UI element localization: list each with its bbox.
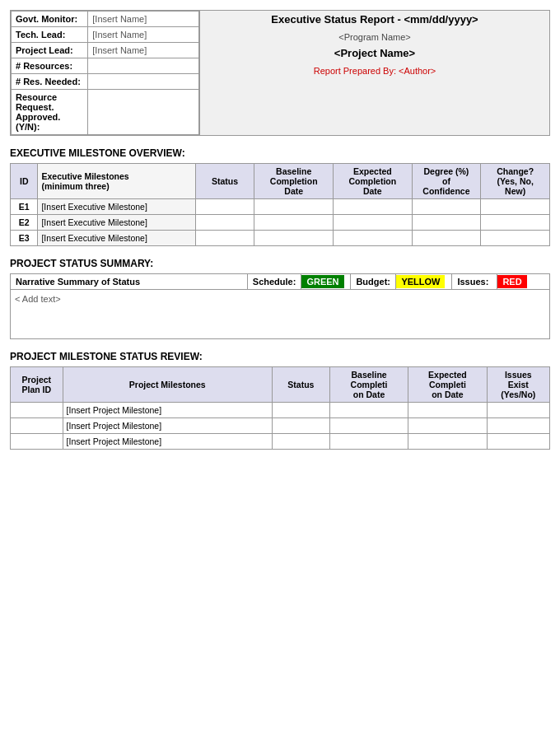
pm-row-expected [408,418,487,434]
budget-badge: YELLOW [396,274,452,290]
exec-row-id: E1 [11,199,38,215]
pm-col-baseline: BaselineCompletion Date [329,367,408,403]
program-name: <Program Name> [204,32,545,42]
exec-row-id: E3 [11,231,38,246]
pm-row-milestone: [Insert Project Milestone] [63,434,272,450]
pm-row-issues [487,418,549,434]
exec-milestone-row: E2 [Insert Executive Milestone] [11,215,550,231]
pm-row-status [272,418,329,434]
exec-row-change [481,215,550,231]
exec-row-baseline [254,215,334,231]
exec-row-id: E2 [11,215,38,231]
exec-row-expected [334,215,413,231]
resource-request-label: ResourceRequest.Approved.(Y/N): [12,90,88,135]
budget-label: Budget: [351,274,396,290]
executive-milestone-section-title: EXECUTIVE MILESTONE OVERVIEW: [10,147,550,159]
pm-col-issues: IssuesExist(Yes/No) [487,367,549,403]
exec-row-confidence [412,231,481,246]
project-milestone-section-title: PROJECT MILESTONE STATUS REVIEW: [10,351,550,362]
exec-milestone-row: E3 [Insert Executive Milestone] [11,231,550,246]
executive-milestone-table: ID Executive Milestones(minimum three) S… [10,163,550,246]
exec-row-confidence [412,215,481,231]
narrative-label: Narrative Summary of Status [11,274,248,290]
schedule-badge: GREEN [301,274,351,290]
pm-row-issues [487,403,549,418]
govt-monitor-label: Govt. Monitor: [12,12,88,27]
exec-row-change [481,199,550,215]
pm-row-expected [408,403,487,418]
exec-milestone-row: E1 [Insert Executive Milestone] [11,199,550,215]
header-table: Govt. Monitor: [Insert Name] Tech. Lead:… [10,10,550,136]
exec-row-expected [334,231,413,246]
pm-row-status [272,403,329,418]
pm-row-milestone: [Insert Project Milestone] [63,418,272,434]
exec-row-confidence [412,199,481,215]
pm-col-plan-id: ProjectPlan ID [11,367,63,403]
exec-row-desc: [Insert Executive Milestone] [38,231,195,246]
pm-row-baseline [329,403,408,418]
pm-col-milestones: Project Milestones [63,367,272,403]
pm-row-issues [487,434,549,450]
project-status-section-title: PROJECT STATUS SUMMARY: [10,258,550,269]
status-bar-table: Narrative Summary of Status Schedule: GR… [10,273,550,290]
col-baseline: BaselineCompletionDate [254,164,334,199]
narrative-text[interactable]: < Add text> [10,290,550,339]
pm-row-baseline [329,418,408,434]
exec-row-baseline [254,199,334,215]
col-confidence: Degree (%)ofConfidence [412,164,481,199]
resource-request-value [88,90,199,135]
col-change: Change?(Yes, No,New) [481,164,550,199]
res-needed-label: # Res. Needed: [12,74,88,90]
project-lead-label: Project Lead: [12,43,88,58]
pm-milestone-row: [Insert Project Milestone] [11,434,550,450]
pm-milestone-row: [Insert Project Milestone] [11,418,550,434]
resources-value [88,58,199,74]
pm-row-expected [408,434,487,450]
col-description: Executive Milestones(minimum three) [38,164,195,199]
tech-lead-value: [Insert Name] [88,27,199,43]
pm-col-status: Status [272,367,329,403]
author-line: Report Prepared By: <Author> [204,66,545,76]
exec-row-change [481,231,550,246]
exec-row-status [195,215,254,231]
pm-col-expected: ExpectedCompletion Date [408,367,487,403]
pm-row-id [11,403,63,418]
resources-label: # Resources: [12,58,88,74]
pm-row-id [11,418,63,434]
res-needed-value [88,74,199,90]
project-name: <Project Name> [204,47,545,59]
tech-lead-label: Tech. Lead: [12,27,88,43]
pm-row-milestone: [Insert Project Milestone] [63,403,272,418]
exec-row-desc: [Insert Executive Milestone] [38,215,195,231]
col-expected: ExpectedCompletionDate [334,164,413,199]
project-milestone-table: ProjectPlan ID Project Milestones Status… [10,366,550,450]
pm-row-id [11,434,63,450]
project-lead-value: [Insert Name] [88,43,199,58]
pm-row-baseline [329,434,408,450]
pm-row-status [272,434,329,450]
exec-row-desc: [Insert Executive Milestone] [38,199,195,215]
exec-row-expected [334,199,413,215]
col-id: ID [11,164,38,199]
schedule-label: Schedule: [247,274,301,290]
pm-milestone-row: [Insert Project Milestone] [11,403,550,418]
header-right-panel: Executive Status Report - <mm/dd/yyyy> <… [200,11,550,136]
col-status: Status [195,164,254,199]
issues-badge: RED [497,274,550,290]
exec-row-baseline [254,231,334,246]
exec-row-status [195,231,254,246]
govt-monitor-value: [Insert Name] [88,12,199,27]
report-title: Executive Status Report - <mm/dd/yyyy> [204,13,545,26]
exec-row-status [195,199,254,215]
issues-label: Issues: [452,274,497,290]
